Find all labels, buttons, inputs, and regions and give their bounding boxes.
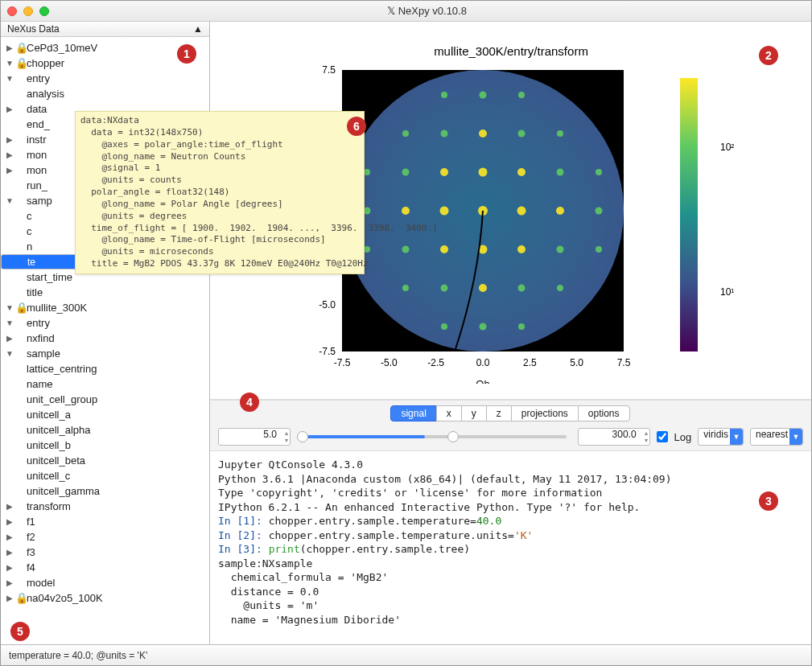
disclosure-triangle-icon[interactable]: ▼: [4, 74, 15, 83]
tree-row[interactable]: ▼🔒mullite_300K: [1, 300, 209, 315]
tree-item-label: end_: [27, 118, 50, 130]
disclosure-triangle-icon[interactable]: ▶: [4, 43, 15, 52]
disclosure-triangle-icon[interactable]: ▶: [4, 517, 15, 526]
tree-row[interactable]: lattice_centring: [1, 361, 209, 376]
ipython-console[interactable]: Jupyter QtConsole 4.3.0 Python 3.6.1 |An…: [210, 451, 811, 644]
vmax-input[interactable]: 300.0 ▴▾: [578, 428, 650, 446]
disclosure-triangle-icon[interactable]: ▶: [4, 594, 15, 602]
disclosure-triangle-icon[interactable]: ▶: [4, 135, 15, 144]
svg-point-16: [440, 284, 447, 291]
tree-row[interactable]: ▼sample: [1, 346, 209, 361]
tree-row[interactable]: unitcell_gamma: [1, 483, 209, 499]
tree-row[interactable]: ▼entry: [1, 315, 209, 331]
tree-header[interactable]: NeXus Data ▲: [1, 22, 209, 37]
tab-projections[interactable]: projections: [511, 405, 579, 421]
svg-point-14: [439, 206, 448, 215]
tree-row[interactable]: unit_cell_group: [1, 392, 209, 407]
tree-item-label: te: [27, 257, 35, 268]
disclosure-triangle-icon[interactable]: ▶: [4, 150, 15, 159]
tree-item-label: unitcell_alpha: [27, 424, 91, 436]
range-slider[interactable]: [297, 428, 571, 446]
tree-row[interactable]: ▶f1: [1, 514, 209, 529]
tree-row[interactable]: unitcell_alpha: [1, 422, 209, 438]
svg-text:7.5: 7.5: [616, 357, 630, 368]
tree-row[interactable]: ▼entry: [1, 71, 209, 86]
tree-row[interactable]: unitcell_b: [1, 438, 209, 453]
disclosure-triangle-icon[interactable]: ▼: [4, 59, 15, 68]
disclosure-triangle-icon[interactable]: ▶: [4, 105, 15, 113]
tree-item-label: unit_cell_group: [27, 393, 97, 405]
tree-row[interactable]: unitcell_beta: [1, 453, 209, 468]
svg-point-18: [479, 91, 486, 98]
minimize-icon[interactable]: [23, 6, 33, 16]
tree-item-label: na04v2o5_100K: [27, 592, 103, 604]
disclosure-triangle-icon[interactable]: ▶: [4, 578, 15, 587]
disclosure-triangle-icon[interactable]: ▼: [4, 319, 15, 327]
tree-row[interactable]: unitcell_c: [1, 468, 209, 483]
tree-row[interactable]: ▶f4: [1, 560, 209, 575]
tree-item-label: c: [27, 210, 32, 222]
tree-item-label: run_: [27, 179, 47, 191]
slider-thumb-min[interactable]: [297, 431, 308, 442]
log-checkbox[interactable]: [657, 431, 668, 442]
tree-row[interactable]: ▶model: [1, 575, 209, 590]
tree-item-label: analysis: [27, 88, 64, 100]
plot-controls: signalxyzprojectionsoptions 5.0 ▴▾ 300.0…: [210, 400, 811, 451]
svg-point-37: [596, 169, 602, 175]
chevron-down-icon: ▼: [789, 429, 802, 445]
disclosure-triangle-icon[interactable]: ▶: [4, 166, 15, 175]
stepper-icon[interactable]: ▴▾: [645, 430, 648, 444]
svg-text:2.5: 2.5: [522, 357, 536, 368]
console-line: Jupyter QtConsole 4.3.0: [218, 458, 363, 471]
svg-point-32: [557, 130, 563, 137]
disclosure-triangle-icon[interactable]: ▼: [4, 349, 15, 358]
svg-text:0.0: 0.0: [476, 357, 489, 368]
zoom-icon[interactable]: [39, 6, 49, 16]
callout-5: 5: [10, 622, 30, 641]
traffic-lights[interactable]: [7, 6, 49, 16]
tree-row[interactable]: ▶nxfind: [1, 331, 209, 346]
tree-item-label: f2: [27, 531, 35, 543]
tree-row[interactable]: ▶f3: [1, 545, 209, 560]
tab-z[interactable]: z: [486, 405, 512, 421]
sort-indicator-icon[interactable]: ▲: [193, 23, 203, 35]
close-icon[interactable]: [7, 6, 17, 16]
disclosure-triangle-icon[interactable]: ▶: [4, 563, 15, 572]
lock-icon: 🔒: [15, 592, 27, 604]
tree-row[interactable]: ▶transform: [1, 499, 209, 514]
nxdata-tooltip: data:NXdata data = int32(148x750) @axes …: [75, 111, 365, 274]
tree-row[interactable]: analysis: [1, 86, 209, 101]
svg-point-9: [402, 245, 409, 253]
tree-item-label: entry: [27, 317, 50, 329]
svg-point-13: [440, 168, 448, 176]
tree-item-label: instr: [27, 134, 47, 146]
colormap-select[interactable]: viridis ▼: [698, 428, 744, 446]
tab-signal[interactable]: signal: [390, 405, 436, 421]
tab-options[interactable]: options: [578, 405, 630, 421]
tree-row[interactable]: ▶🔒na04v2o5_100K: [1, 590, 209, 606]
disclosure-triangle-icon[interactable]: ▶: [4, 502, 15, 511]
tree-row[interactable]: ▶f2: [1, 529, 209, 545]
disclosure-triangle-icon[interactable]: ▶: [4, 532, 15, 541]
disclosure-triangle-icon[interactable]: ▼: [4, 196, 15, 205]
lock-icon: 🔒: [15, 57, 27, 69]
console-prompt: In [3]:: [218, 543, 269, 555]
disclosure-triangle-icon[interactable]: ▶: [4, 334, 15, 343]
tree-row[interactable]: title: [1, 285, 209, 300]
tree-item-label: f1: [27, 516, 35, 528]
tree-row[interactable]: unitcell_a: [1, 407, 209, 422]
tree-row[interactable]: name: [1, 376, 209, 392]
slider-thumb-max[interactable]: [447, 431, 459, 442]
svg-point-15: [440, 245, 448, 253]
tab-y[interactable]: y: [461, 405, 487, 421]
svg-point-31: [518, 323, 525, 330]
vmin-input[interactable]: 5.0 ▴▾: [218, 428, 291, 446]
tree-sidebar: NeXus Data ▲ ▶🔒CePd3_10meV▼🔒chopper▼entr…: [1, 22, 210, 644]
interp-select[interactable]: nearest ▼: [750, 428, 803, 446]
disclosure-triangle-icon[interactable]: ▶: [4, 548, 15, 557]
console-line: distance = 0.0: [218, 586, 319, 598]
stepper-icon[interactable]: ▴▾: [285, 430, 288, 444]
disclosure-triangle-icon[interactable]: ▼: [4, 303, 15, 312]
tab-x[interactable]: x: [436, 405, 462, 421]
control-tabbar[interactable]: signalxyzprojectionsoptions: [218, 405, 803, 421]
